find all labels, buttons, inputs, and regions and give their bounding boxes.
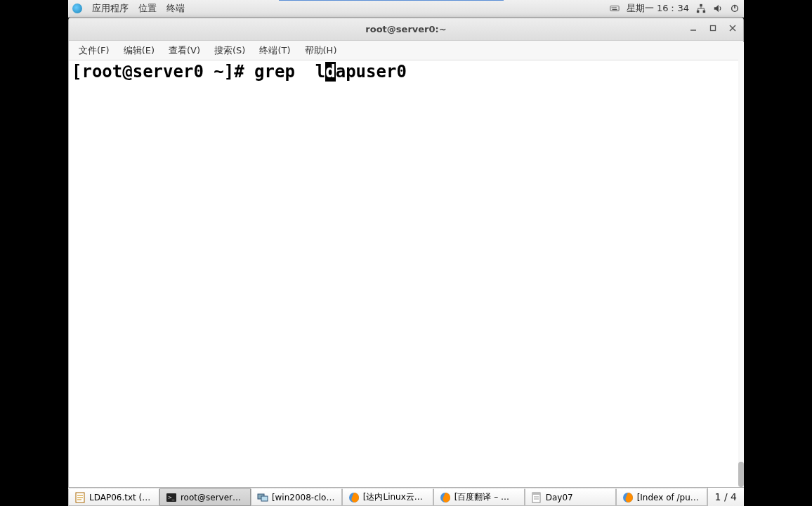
terminal-prompt: [root@server0 ~]# — [72, 62, 254, 82]
svg-rect-3 — [615, 7, 617, 8]
text-editor-icon — [74, 492, 86, 503]
svg-rect-21 — [261, 496, 268, 501]
power-icon[interactable] — [730, 4, 740, 13]
svg-rect-2 — [613, 7, 615, 8]
document-icon — [531, 492, 542, 503]
svg-rect-25 — [532, 493, 540, 495]
terminal-command-pre: grep l — [254, 62, 325, 82]
task-ldap-txt[interactable]: LDAP06.txt (/… — [68, 488, 159, 506]
active-app-indicator — [279, 0, 504, 1]
terminal-icon: >_ — [166, 492, 177, 503]
workspace-indicator[interactable]: 1 / 4 — [707, 488, 744, 506]
menu-search[interactable]: 搜索(S) — [207, 41, 252, 60]
svg-rect-5 — [700, 4, 702, 7]
vmware-icon — [257, 492, 268, 503]
menu-view[interactable]: 查看(V) — [162, 41, 207, 60]
gnome-logo-icon — [72, 4, 82, 13]
firefox-icon — [348, 492, 360, 503]
close-button[interactable] — [725, 21, 740, 35]
gnome-top-panel: 应用程序 位置 终端 星期一 16：34 — [68, 0, 744, 18]
task-label: LDAP06.txt (/… — [89, 493, 153, 502]
bottom-taskbar: LDAP06.txt (/… >_ root@server0:~ [win200… — [68, 487, 744, 506]
task-label: [达内Linux云… — [363, 491, 423, 503]
task-label: Day07 — [546, 493, 573, 502]
minimize-button[interactable] — [686, 21, 701, 35]
task-label: root@server0:~ — [181, 493, 244, 502]
maximize-button[interactable] — [705, 21, 721, 35]
terminal-cursor: d — [325, 62, 335, 82]
terminal-scrollbar[interactable] — [738, 42, 744, 487]
keyboard-icon[interactable] — [610, 4, 620, 13]
terminal-body[interactable]: [root@server0 ~]# grep ldapuser0 — [69, 60, 743, 487]
menu-help[interactable]: 帮助(H) — [298, 41, 344, 60]
menu-terminal[interactable]: 终端 — [166, 2, 185, 15]
menu-file[interactable]: 文件(F) — [72, 41, 117, 60]
terminal-menubar: 文件(F) 编辑(E) 查看(V) 搜索(S) 终端(T) 帮助(H) — [69, 41, 743, 60]
clock[interactable]: 星期一 16：34 — [627, 2, 689, 15]
window-titlebar[interactable]: root@server0:~ — [69, 18, 743, 41]
task-terminal[interactable]: >_ root@server0:~ — [159, 488, 251, 506]
svg-rect-0 — [610, 6, 619, 11]
menu-terminal[interactable]: 终端(T) — [252, 41, 297, 60]
window-title: root@server0:~ — [365, 24, 446, 34]
task-day07[interactable]: Day07 — [525, 488, 616, 506]
task-label: [win2008-clo… — [272, 493, 335, 502]
task-label: [百度翻译 – … — [454, 491, 509, 503]
task-firefox-2[interactable]: [百度翻译 – … — [433, 488, 525, 506]
svg-rect-11 — [711, 26, 716, 31]
terminal-window: root@server0:~ 文件(F) 编辑(E) 查看(V) 搜索(S) 终… — [68, 18, 744, 488]
svg-rect-1 — [611, 7, 613, 8]
scrollbar-thumb[interactable] — [738, 462, 744, 487]
menu-applications[interactable]: 应用程序 — [92, 2, 129, 15]
task-vmware[interactable]: [win2008-clo… — [251, 488, 342, 506]
network-icon[interactable] — [696, 4, 706, 13]
firefox-icon — [440, 492, 451, 503]
task-label: [Index of /pub… — [637, 493, 701, 502]
svg-rect-4 — [612, 9, 617, 10]
firefox-icon — [622, 492, 634, 503]
menu-edit[interactable]: 编辑(E) — [117, 41, 162, 60]
svg-rect-6 — [697, 11, 700, 13]
svg-rect-7 — [703, 11, 706, 13]
task-firefox-1[interactable]: [达内Linux云… — [342, 488, 433, 506]
svg-text:>_: >_ — [168, 495, 175, 500]
menu-places[interactable]: 位置 — [138, 2, 157, 15]
terminal-command-post: apuser0 — [336, 62, 407, 82]
volume-icon[interactable] — [713, 4, 723, 13]
task-firefox-3[interactable]: [Index of /pub… — [616, 488, 707, 506]
